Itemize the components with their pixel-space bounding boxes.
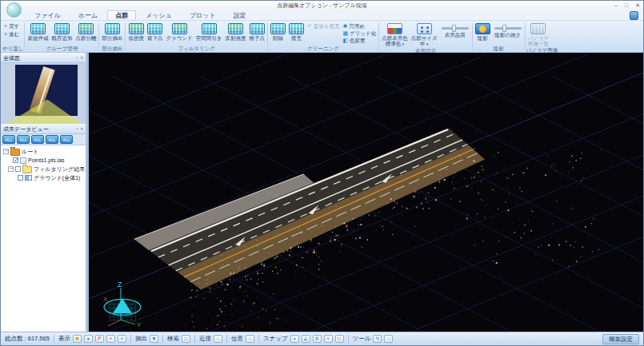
tab-mesh[interactable]: メッシュ [138, 10, 180, 20]
ribbon-group-panorama: パノラマ 画像一覧 パノラマ画像 [526, 22, 558, 52]
measure-tool-icon[interactable]: ✎ [373, 335, 382, 343]
collapse-icon[interactable] [3, 149, 9, 154]
grid-point-filter-button[interactable]: 格子点 [247, 22, 266, 41]
visibility-checkbox[interactable] [15, 166, 21, 172]
tree-node-ground-layer[interactable]: グラウンド(全体1) [1, 173, 86, 182]
ribbon-group-filtering: 低密度 最下点 グラウンド 空間間引き 反射強度 [126, 22, 266, 52]
tab-plot[interactable]: プロット [182, 10, 224, 20]
change-color-button[interactable]: ◧ 色変更 [341, 37, 378, 44]
ground-filter-icon [172, 23, 187, 34]
viewport-3d[interactable]: Z X Y [89, 53, 643, 332]
pin-icon[interactable]: ▫ [76, 54, 78, 62]
snap-free-icon[interactable]: ◇ [335, 335, 344, 343]
close-button[interactable]: ✕ [635, 1, 640, 10]
tree-node-label: ルート [22, 148, 38, 156]
tree-node-points-file[interactable]: Points1.pts.las [1, 156, 86, 165]
snap-center-icon[interactable]: + [324, 335, 333, 343]
tree-panel-title: 成果データビュー [3, 125, 74, 133]
ground-filter-button[interactable]: グラウンド [164, 22, 194, 41]
display-quality-slider-thumb[interactable] [452, 25, 456, 32]
marker-icon[interactable]: P [95, 335, 104, 343]
tab-pointcloud[interactable]: 点群 [107, 10, 136, 20]
shading-strength-slider-thumb[interactable] [502, 25, 506, 32]
folder-icon [22, 166, 32, 173]
separate-pointcloud-label: 点群分離 [75, 35, 96, 41]
ribbon-divider [98, 23, 99, 50]
add-point-icon[interactable]: + [106, 335, 115, 343]
low-density-filter-label: 低密度 [128, 35, 144, 41]
undo-button[interactable]: « 戻す [2, 22, 21, 30]
redo-button[interactable]: » 進む [2, 30, 21, 38]
snap-point-icon[interactable]: • [290, 335, 299, 343]
tree-node-filter-results[interactable]: フィルタリング結果 [1, 165, 86, 173]
new-group-button[interactable]: 新規作成 [26, 22, 50, 41]
tree-node-root[interactable]: ルート [1, 147, 86, 156]
position-icon[interactable]: ○ [246, 335, 254, 343]
ribbon-group-display-settings: 点群表示色 標準色 点群サイズ 中 表示品質 表示設定 [380, 22, 470, 52]
remove-point-icon[interactable]: + [118, 335, 126, 343]
restore-previous-button[interactable]: ↶ 直前を復元 [306, 22, 342, 30]
minimize-button[interactable]: – [614, 1, 618, 10]
tree-toolbar: ALL ALL ALL ALL ALL [1, 134, 86, 145]
gridify-button[interactable]: ▦ グリッド化 [341, 30, 378, 37]
change-color-label: 色変更 [350, 37, 366, 44]
settings-tool-icon[interactable]: ○ [384, 335, 393, 343]
fit-all-button[interactable]: ALL [60, 135, 73, 144]
shading-button[interactable]: 陰影 [474, 22, 492, 41]
lowest-point-filter-icon [147, 23, 162, 34]
snap-edge-icon[interactable]: ∠ [302, 335, 310, 343]
collapse-icon[interactable] [8, 166, 14, 172]
delete-button[interactable]: 削除 [269, 22, 287, 41]
rgb-color-icon [387, 23, 402, 34]
ribbon-divider [125, 23, 126, 50]
show-all-button[interactable]: ALL [2, 135, 15, 144]
tools-group-label: ツール [353, 335, 371, 343]
tab-settings[interactable]: 設定 [226, 10, 254, 20]
visibility-checkbox[interactable] [18, 175, 23, 181]
shading-strength-slider[interactable] [494, 27, 522, 30]
ribbon-help-icon[interactable] [630, 11, 638, 20]
panorama-sub-label: 画像一覧 [528, 41, 549, 46]
reflection-intensity-filter-button[interactable]: 反射強度 [223, 22, 247, 41]
display-quality-slider[interactable] [442, 27, 469, 30]
statusbar-divider [348, 335, 349, 343]
restore-button[interactable]: 復元 [287, 22, 306, 41]
add-existing-button[interactable]: 既存追加 [50, 22, 74, 41]
redo-icon: » [4, 31, 7, 38]
extract-mode-icon[interactable]: ▼ [150, 335, 158, 343]
undo-icon: « [4, 23, 7, 30]
low-density-filter-button[interactable]: 低密度 [126, 22, 146, 41]
search-icon[interactable]: □ [182, 335, 190, 343]
statusbar-divider [162, 335, 163, 343]
maximize-button[interactable]: □ [625, 1, 628, 10]
visibility-checkbox[interactable] [13, 157, 18, 163]
panorama-list-button[interactable]: パノラマ 画像一覧 [526, 22, 551, 46]
close-panel-icon[interactable]: × [80, 54, 83, 62]
tab-home[interactable]: ホーム [70, 10, 106, 20]
spatial-thinning-filter-button[interactable]: 空間間引き [194, 22, 224, 41]
point-color-icon[interactable]: ● [84, 335, 93, 343]
easy-settings-button[interactable]: 簡単設定 [602, 334, 639, 344]
separate-pointcloud-button[interactable]: 点群分離 [74, 22, 98, 41]
proximity-icon[interactable]: ⌂ [214, 335, 222, 343]
status-bar: 総点数 : 617,565 表示 ✱ ● P + + 抽出 ▼ 検索 □ 近接 … [1, 332, 643, 345]
lowest-point-filter-button[interactable]: 最下点 [146, 22, 165, 41]
snap-grid-icon[interactable]: # [313, 335, 322, 343]
pin-icon[interactable]: ▫ [76, 125, 78, 133]
overview-map[interactable] [1, 63, 86, 124]
panorama-label: パノラマ [528, 35, 550, 41]
point-color-button[interactable]: 点群表示色 標準色 [380, 22, 410, 47]
close-panel-icon[interactable]: × [80, 125, 83, 133]
undo-label: 戻す [9, 22, 19, 30]
deselect-all-button[interactable]: ALL [46, 135, 58, 144]
tab-file[interactable]: ファイル [26, 10, 69, 20]
select-all-button[interactable]: ALL [31, 135, 44, 144]
tree-node-label: フィルタリング結果 [34, 165, 85, 173]
point-size-button[interactable]: 点群サイズ 中 [410, 22, 439, 47]
brightness-icon[interactable]: ✱ [73, 335, 82, 343]
hide-all-button[interactable]: ALL [17, 135, 30, 144]
fill-holes-button[interactable]: ✱ 穴埋め [341, 22, 378, 30]
app-logo-icon[interactable] [6, 2, 22, 18]
partial-extract-button[interactable]: 部分抽出 [100, 22, 124, 41]
redo-label: 進む [9, 30, 19, 38]
